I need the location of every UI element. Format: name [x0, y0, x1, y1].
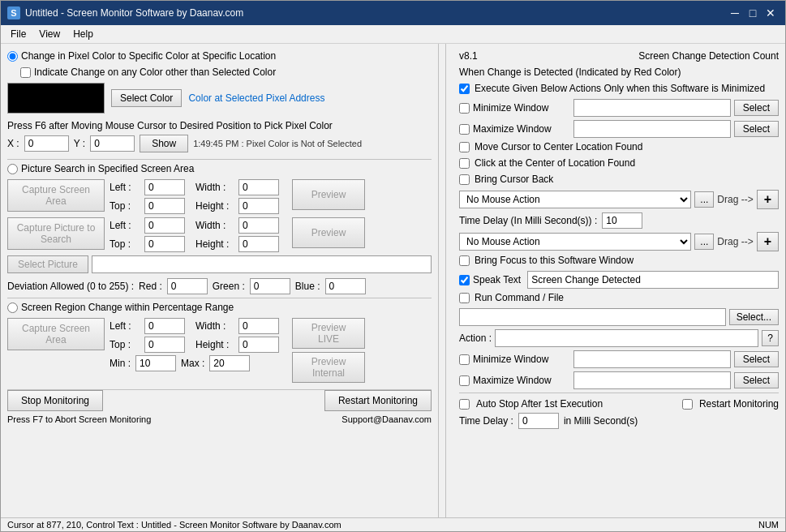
x-label: X : [7, 138, 19, 149]
capture-area-1-row: Capture Screen Area Left : Width : Top :… [7, 179, 432, 214]
bring-cursor-checkbox[interactable] [459, 174, 470, 185]
height1-input[interactable] [238, 198, 279, 214]
top1-input[interactable] [144, 198, 185, 214]
height2-input[interactable] [238, 236, 279, 252]
select-minimize-2-button[interactable]: Select [734, 351, 779, 367]
speak-text-label: Speak Text [473, 274, 521, 285]
press-f6-hint: Press F6 after Moving Mouse Cursor to De… [7, 120, 432, 131]
radio-picture-search-option[interactable]: Picture Search in Specified Screen Area [7, 163, 432, 174]
coord-row: X : Y : Show 1:49:45 PM : Pixel Color is… [7, 135, 432, 152]
speak-text-checkbox[interactable] [459, 275, 470, 285]
maximize-window-1-input[interactable] [573, 120, 731, 138]
mouse-action-1-select[interactable]: No Mouse Action Mouse Action [459, 191, 691, 208]
color-at-pixel-link[interactable]: Color at Selected Pixel Address [188, 92, 324, 104]
indicate-change-checkbox-row: Indicate Change on any Color other than … [20, 66, 432, 78]
min-input[interactable] [135, 355, 176, 371]
execute-minimized-checkbox[interactable] [459, 84, 470, 94]
preview-2-button[interactable]: Preview [292, 217, 365, 248]
preview-1-button[interactable]: Preview [292, 179, 365, 210]
menu-help[interactable]: Help [67, 27, 100, 41]
menu-file[interactable]: File [4, 27, 32, 41]
restart-monitoring-button[interactable]: Restart Monitoring [324, 390, 432, 411]
execute-minimized-label: Execute Given Below Actions Only when th… [475, 83, 765, 94]
color-row: Select Color Color at Selected Pixel Add… [7, 83, 432, 114]
time-delay-bottom-input[interactable] [518, 413, 559, 429]
green-label: Green : [213, 281, 245, 292]
height2-label: Height : [195, 238, 236, 250]
action-input[interactable] [495, 329, 758, 347]
stop-monitoring-button[interactable]: Stop Monitoring [7, 390, 103, 411]
click-center-label: Click at the Center of Location Found [475, 157, 635, 169]
picture-path-input[interactable] [92, 255, 432, 273]
show-button[interactable]: Show [140, 135, 188, 152]
close-window-btn[interactable]: ✕ [762, 5, 779, 21]
color-preview-box [7, 83, 105, 114]
preview-internal-button[interactable]: Preview Internal [292, 352, 365, 383]
deviation-row: Deviation Allowed (0 to 255) : Red : Gre… [7, 278, 432, 294]
left1-input[interactable] [144, 179, 185, 195]
run-command-checkbox[interactable] [459, 293, 470, 303]
select-dots-button[interactable]: Select... [729, 309, 779, 325]
height3-input[interactable] [238, 337, 279, 353]
dots-1-button[interactable]: ... [694, 191, 714, 208]
minimize-window-1-checkbox[interactable] [459, 103, 470, 114]
restart-monitoring-checkbox[interactable] [682, 399, 693, 410]
red-input[interactable] [167, 278, 208, 294]
radio-pixel-color-option[interactable]: Change in Pixel Color to Specific Color … [7, 50, 432, 62]
radio-screen-region[interactable] [7, 302, 18, 313]
mouse-action-2-select[interactable]: No Mouse Action Mouse Action [459, 233, 691, 251]
width1-input[interactable] [238, 179, 279, 195]
question-button[interactable]: ? [762, 330, 779, 346]
minimize-window-2-row: Minimize Window Select [459, 350, 779, 368]
capture-screen-area-1-button[interactable]: Capture Screen Area [7, 179, 105, 212]
y-input[interactable] [90, 135, 135, 152]
left3-input[interactable] [144, 318, 185, 334]
move-cursor-checkbox[interactable] [459, 142, 470, 152]
menu-view[interactable]: View [32, 27, 67, 41]
dots-2-button[interactable]: ... [694, 234, 714, 250]
window: S Untitled - Screen Monitor Software by … [0, 0, 786, 532]
select-minimize-1-button[interactable]: Select [734, 100, 779, 116]
select-maximize-2-button[interactable]: Select [734, 372, 779, 388]
blue-input[interactable] [325, 278, 366, 294]
capture-screen-area-2-button[interactable]: Capture Screen Area [7, 318, 105, 350]
min-label: Min : [110, 358, 131, 369]
bring-focus-checkbox[interactable] [459, 255, 470, 266]
maximize-window-2-input[interactable] [573, 371, 731, 389]
x-input[interactable] [24, 135, 69, 152]
indicate-change-checkbox[interactable] [20, 67, 31, 78]
select-color-button[interactable]: Select Color [111, 89, 182, 107]
width3-input[interactable] [238, 318, 279, 334]
left2-input[interactable] [144, 217, 185, 234]
top3-input[interactable] [144, 337, 185, 353]
window-controls: ─ □ ✕ [727, 5, 779, 21]
click-center-checkbox[interactable] [459, 158, 470, 169]
top2-input[interactable] [144, 236, 185, 252]
time-delay-input[interactable] [602, 212, 642, 229]
select-picture-button[interactable]: Select Picture [7, 255, 88, 273]
drag-2-label: Drag --> [717, 236, 753, 247]
auto-stop-checkbox[interactable] [459, 399, 470, 410]
maximize-window-2-checkbox[interactable] [459, 375, 470, 386]
select-maximize-1-button[interactable]: Select [734, 121, 779, 137]
minimize-window-2-checkbox[interactable] [459, 354, 470, 365]
width2-label: Width : [195, 220, 236, 231]
minimize-window-1-input[interactable] [573, 99, 731, 117]
radio-picture-search[interactable] [7, 164, 18, 174]
maximize-window-btn[interactable]: □ [745, 5, 761, 21]
speak-text-input[interactable] [527, 271, 779, 289]
minimize-window-btn[interactable]: ─ [727, 5, 743, 21]
capture-picture-button[interactable]: Capture Picture to Search [7, 217, 105, 250]
minimize-window-2-input[interactable] [573, 350, 731, 368]
width2-input[interactable] [238, 217, 279, 234]
plus-2-button[interactable]: + [757, 232, 779, 251]
run-command-input[interactable] [459, 308, 726, 326]
green-input[interactable] [250, 278, 290, 294]
max-input[interactable] [209, 355, 250, 371]
maximize-window-1-checkbox[interactable] [459, 124, 470, 135]
preview-live-button[interactable]: Preview LIVE [292, 318, 365, 349]
radio-screen-region-option[interactable]: Screen Region Change within Percentage R… [7, 302, 432, 313]
plus-1-button[interactable]: + [757, 190, 779, 209]
radio-pixel-color[interactable] [7, 51, 18, 62]
region-capture-row: Capture Screen Area Left : Width : Top :… [7, 318, 432, 383]
